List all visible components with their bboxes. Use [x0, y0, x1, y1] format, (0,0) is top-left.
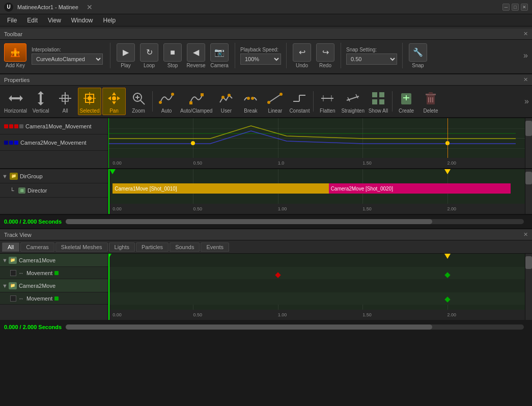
prop-selected-button[interactable]: Selected	[78, 88, 101, 115]
dir-director-label: Director	[27, 187, 47, 194]
maximize-button[interactable]: □	[512, 4, 519, 11]
prop-horizontal-button[interactable]: Horizontal	[3, 88, 28, 115]
prop-sep-2	[313, 91, 314, 112]
prop-vertical-button[interactable]: Vertical	[29, 88, 52, 115]
close-button[interactable]: ✕	[521, 4, 528, 11]
show-all-icon	[369, 89, 387, 107]
snap-setting-select[interactable]: 0.50 0.25 1.00	[346, 53, 397, 65]
prop-straighten-button[interactable]: Straighten	[340, 88, 366, 115]
svg-marker-18	[108, 96, 111, 100]
add-key-button[interactable]	[4, 43, 26, 62]
dir-director-icon: ▤	[18, 187, 25, 194]
camera-button[interactable]: 📷 Camera	[209, 43, 230, 68]
prop-all-button[interactable]: All	[53, 88, 77, 115]
minimize-button[interactable]: ─	[502, 4, 510, 11]
prop-create-button[interactable]: Create	[395, 88, 418, 115]
curve-canvas[interactable]: 0.00 0.50 1.0 1.50 2.00	[108, 118, 532, 168]
camera2move-expand[interactable]: ▼	[2, 283, 8, 289]
prop-constant-button[interactable]: Constant	[288, 88, 311, 115]
timeline-scrollbar[interactable]	[66, 219, 524, 224]
track-enable-2[interactable]	[10, 295, 16, 302]
tab-lights[interactable]: Lights	[109, 242, 135, 252]
play-button[interactable]: ▶ Play	[116, 43, 136, 68]
props-more-button[interactable]: »	[524, 97, 529, 106]
curve-scrollbar-thumb[interactable]	[525, 121, 532, 136]
menu-window[interactable]: Window	[66, 16, 98, 25]
tab-events[interactable]: Events	[201, 242, 229, 252]
menu-file[interactable]: File	[2, 16, 22, 25]
time-label-3: 1.50	[362, 160, 372, 166]
dir-scrollbar[interactable]	[525, 169, 532, 214]
svg-marker-19	[117, 96, 120, 100]
track-camera1move[interactable]: ▼ 📁 Camera1Move	[0, 254, 108, 267]
prop-show-all-button[interactable]: Show All	[367, 88, 390, 115]
redo-button[interactable]: ↪ Redo	[315, 43, 335, 68]
curve-scrollbar[interactable]	[525, 118, 532, 168]
dir-group-label: DirGroup	[20, 173, 43, 179]
director-timeline[interactable]: Camera1Move [Shot_0010] Camera2Move [Sho…	[108, 169, 532, 214]
track-camera2-movement[interactable]: ↔ Movement	[0, 292, 108, 305]
toolbar-close[interactable]: ✕	[523, 31, 528, 37]
playback-speed-select[interactable]: 100% 50% 25%	[240, 53, 281, 65]
tab-close-button[interactable]: ✕	[87, 3, 93, 11]
tv-scrollbar-thumb[interactable]	[525, 256, 532, 269]
timeline-scrollbar-thumb[interactable]	[66, 219, 432, 224]
snap-button[interactable]: 🔧 Snap	[408, 43, 428, 68]
track-enable-1[interactable]	[10, 270, 16, 276]
menu-edit[interactable]: Edit	[22, 16, 43, 25]
bottom-scrollbar[interactable]	[66, 324, 524, 330]
prop-user-button[interactable]: User	[214, 88, 238, 115]
bottom-scrollbar-thumb[interactable]	[66, 324, 432, 330]
prop-flatten-button[interactable]: Flatten	[316, 88, 339, 115]
tab-particles[interactable]: Particles	[136, 242, 169, 252]
curve-svg	[108, 118, 532, 158]
interpolation-label: Interpolation:	[32, 47, 103, 52]
prop-auto-button[interactable]: Auto	[155, 88, 178, 115]
break-icon	[241, 89, 260, 107]
tab-cameras[interactable]: Cameras	[20, 242, 54, 252]
undo-button[interactable]: ↩ Undo	[292, 43, 312, 68]
prop-auto-clamped-button[interactable]: Auto/Clamped	[179, 88, 213, 115]
prop-pan-button[interactable]: Pan	[102, 88, 126, 115]
zoom-icon	[129, 89, 148, 107]
curve-track-camera2[interactable]: Camera2Move_Movement	[0, 134, 108, 151]
svg-point-32	[251, 97, 254, 100]
tab-sounds[interactable]: Sounds	[170, 242, 200, 252]
dir-segment-1[interactable]: Camera1Move [Shot_0010]	[113, 183, 328, 194]
prop-zoom-button[interactable]: Zoom	[127, 88, 150, 115]
dir-group-item[interactable]: ▼ 📁 DirGroup	[0, 169, 108, 183]
properties-close[interactable]: ✕	[523, 76, 528, 83]
menu-view[interactable]: View	[43, 16, 66, 25]
add-key-icon	[10, 47, 20, 58]
tv-scrollbar[interactable]	[525, 254, 532, 320]
dir-group-expand[interactable]: ▼	[2, 173, 8, 179]
camera1move-expand[interactable]: ▼	[2, 257, 8, 263]
track-camera1-movement[interactable]: ↔ Movement	[0, 267, 108, 279]
loop-button[interactable]: ↻ Loop	[139, 43, 159, 68]
svg-rect-27	[189, 101, 192, 104]
dir-time-2: 1.00	[278, 206, 287, 211]
movement-icon: ↔	[18, 270, 25, 276]
dir-segment-2[interactable]: Camera2Move [Shot_0020]	[329, 183, 511, 194]
curve-track-list: Camera1Move_Movement Camera2Move_Movemen…	[0, 118, 108, 168]
dir-director-item[interactable]: └ ▤ Director	[0, 183, 108, 198]
flatten-icon	[318, 89, 337, 107]
track-camera2move[interactable]: ▼ 📁 Camera2Move	[0, 279, 108, 292]
prop-break-button[interactable]: Break	[239, 88, 262, 115]
track-green-dot-2	[54, 296, 59, 301]
track-view-header: Track View ✕	[0, 229, 532, 240]
snap-setting-label: Snap Setting:	[346, 47, 397, 52]
tab-skeletal-meshes[interactable]: Skeletal Meshes	[55, 242, 108, 252]
curve-track-camera1[interactable]: Camera1Move_Movement	[0, 118, 108, 134]
tab-all[interactable]: All	[2, 242, 19, 252]
prop-delete-button[interactable]: Delete	[419, 88, 442, 115]
dir-scrollbar-thumb[interactable]	[525, 172, 532, 184]
prop-linear-button[interactable]: Linear	[263, 88, 287, 115]
track-timeline[interactable]: 0.00 0.50 1.00 1.50 2.00	[108, 254, 532, 320]
toolbar-more-button[interactable]: »	[523, 51, 528, 60]
track-view-close[interactable]: ✕	[523, 231, 528, 238]
stop-button[interactable]: ■ Stop	[162, 43, 183, 68]
interpolation-select[interactable]: CurveAutoClamped Linear Constant	[32, 53, 103, 65]
reverse-button[interactable]: ◀ Reverse	[186, 43, 206, 68]
menu-help[interactable]: Help	[98, 16, 121, 25]
